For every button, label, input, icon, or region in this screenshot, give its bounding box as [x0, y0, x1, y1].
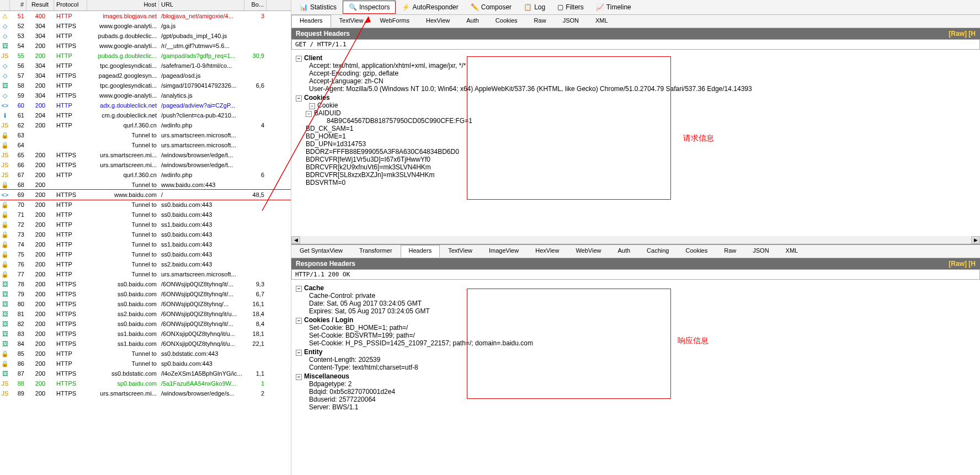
session-row[interactable]: 🔒75200HTTPTunnel toss0.baidu.com:443: [0, 249, 291, 259]
tab-timeline[interactable]: 📈Timeline: [590, 1, 637, 14]
collapse-icon[interactable]: −: [306, 111, 312, 117]
session-row[interactable]: ◇56304HTTPtpc.googlesyndicati.../safefra…: [0, 61, 291, 71]
subtab-cookies[interactable]: Cookies: [677, 245, 716, 258]
session-row[interactable]: 🖼83200HTTPSss1.baidu.com/6ONXsjip0QIZ8ty…: [0, 329, 291, 339]
session-row[interactable]: ◇53304HTTPpubads.g.doubleclic.../gpt/pub…: [0, 31, 291, 41]
session-row[interactable]: 🖼81200HTTPSss2.baidu.com/6ONWsjip0QIZ8ty…: [0, 309, 291, 319]
header-accept-language[interactable]: Accept-Language: zh-CN: [309, 77, 976, 85]
session-row[interactable]: JS62200HTTPqurl.f.360.cn/wdinfo.php4: [0, 120, 291, 130]
col-num[interactable]: #: [10, 0, 26, 10]
header-bdpagetype[interactable]: Bdpagetype: 2: [309, 380, 976, 388]
header-server[interactable]: Server: BWS/1.1: [309, 403, 976, 411]
session-row[interactable]: JS67200HTTPqurl.f.360.cn/wdinfo.php6: [0, 170, 291, 180]
col-result[interactable]: Result: [26, 0, 54, 10]
session-row[interactable]: ◇52304HTTPSwww.google-analyti.../ga.js: [0, 21, 291, 31]
tab-log[interactable]: 📋Log: [518, 1, 551, 14]
session-row[interactable]: ◇59304HTTPSwww.google-analyti.../analyti…: [0, 90, 291, 100]
session-row[interactable]: <>60200HTTPadx.g.doubleclick.net/pagead/…: [0, 100, 291, 110]
header-date[interactable]: Date: Sat, 05 Aug 2017 03:24:05 GMT: [309, 300, 976, 307]
session-row[interactable]: 🔒73200HTTPTunnel toss0.baidu.com:443: [0, 230, 291, 239]
session-row[interactable]: 🖼79200HTTPSss0.baidu.com/6ONWsjip0QIZ8ty…: [0, 289, 291, 299]
entity-group[interactable]: −Entity: [296, 348, 976, 356]
cache-group[interactable]: −Cache: [296, 284, 976, 292]
request-line[interactable]: GET / HTTP/1.1: [291, 39, 980, 50]
collapse-icon[interactable]: −: [296, 350, 302, 356]
session-row[interactable]: JS66200HTTPSurs.smartscreen.mi.../window…: [0, 160, 291, 170]
cookie-bd-ck-sam[interactable]: BD_CK_SAM=1: [306, 125, 976, 132]
collapse-icon[interactable]: −: [309, 103, 315, 109]
tab-filters[interactable]: ▢Filters: [551, 1, 590, 14]
col-protocol[interactable]: Protocol: [54, 0, 87, 10]
session-row[interactable]: 🔒68200Tunnel towww.baidu.com:443: [0, 180, 291, 190]
subtab-webview[interactable]: WebView: [567, 245, 609, 258]
header-user-agent[interactable]: User-Agent: Mozilla/5.0 (Windows NT 10.0…: [309, 85, 976, 93]
collapse-icon[interactable]: −: [296, 374, 302, 380]
header-accept[interactable]: Accept: text/html, application/xhtml+xml…: [309, 62, 976, 70]
header-set-cookie-3[interactable]: Set-Cookie: H_PS_PSSID=1425_21097_22157;…: [309, 339, 976, 347]
subtab-hexview[interactable]: HexView: [527, 245, 567, 258]
request-headers-tree[interactable]: −Client Accept: text/html, application/x…: [291, 51, 980, 236]
session-row[interactable]: <>69200HTTPSwww.baidu.com/48,5: [0, 190, 291, 200]
session-row[interactable]: JS55200HTTPpubads.g.doubleclic.../gampad…: [0, 51, 291, 61]
col-host[interactable]: Host: [87, 0, 159, 10]
response-headers-tree[interactable]: −Cache Cache-Control: private Date: Sat,…: [291, 281, 980, 475]
scroll-right-icon[interactable]: ▶: [971, 236, 980, 244]
session-row[interactable]: 🔒76200HTTPTunnel toss2.baidu.com:443: [0, 259, 291, 269]
header-bduserid[interactable]: Bduserid: 2577220064: [309, 396, 976, 403]
client-group[interactable]: −Client: [296, 54, 976, 62]
subtab-json[interactable]: JSON: [555, 15, 587, 28]
subtab-imageview[interactable]: ImageView: [481, 245, 527, 258]
header-content-length[interactable]: Content-Length: 202539: [309, 356, 976, 364]
cookies-group[interactable]: −Cookies: [296, 94, 976, 102]
cookie-baiduid[interactable]: −BAIDUID: [306, 109, 976, 117]
session-row[interactable]: ⚠51400HTTPimages.blogjava.net/blogjava_n…: [0, 11, 291, 21]
session-row[interactable]: 🖼87200HTTPSss0.bdstatic.com/l4oZeXSm1A5B…: [0, 369, 291, 378]
session-row[interactable]: 🖼84200HTTPSss1.baidu.com/6ONXsjip0QIZ8ty…: [0, 339, 291, 349]
subtab-headers[interactable]: Headers: [401, 245, 440, 258]
request-header-def-link[interactable]: [H: [968, 30, 976, 38]
session-row[interactable]: ℹ61204HTTPcm.g.doubleclick.net/push?clie…: [0, 110, 291, 120]
col-url[interactable]: URL: [159, 0, 244, 10]
header-bdqid[interactable]: Bdqid: 0xb5c827070001d2e4: [309, 388, 976, 396]
request-raw-link[interactable]: [Raw]: [949, 30, 967, 38]
sessions-list[interactable]: ⚠51400HTTPimages.blogjava.net/blogjava_n…: [0, 11, 291, 475]
subtab-caching[interactable]: Caching: [638, 245, 677, 258]
subtab-json[interactable]: JSON: [744, 245, 777, 258]
header-cache-control[interactable]: Cache-Control: private: [309, 292, 976, 300]
cookie-node[interactable]: −Cookie: [309, 102, 976, 109]
session-row[interactable]: 🔒64Tunnel tours.smartscreen.microsoft...: [0, 140, 291, 150]
collapse-icon[interactable]: −: [296, 286, 302, 292]
session-row[interactable]: JS89200HTTPSurs.smartscreen.mi.../window…: [0, 388, 291, 398]
session-row[interactable]: 🔒72200HTTPTunnel toss1.baidu.com:443: [0, 220, 291, 230]
session-row[interactable]: 🔒70200HTTPTunnel toss0.baidu.com:443: [0, 200, 291, 210]
misc-group[interactable]: −Miscellaneous: [296, 372, 976, 380]
session-row[interactable]: 🔒74200HTTPTunnel toss1.baidu.com:443: [0, 239, 291, 249]
col-icon[interactable]: [0, 0, 10, 10]
tab-composer[interactable]: ✏️Composer: [465, 1, 518, 14]
session-row[interactable]: JS65200HTTPSurs.smartscreen.mi.../window…: [0, 150, 291, 160]
subtab-headers[interactable]: Headers: [291, 15, 331, 28]
cookie-bdsvrtm[interactable]: BDSVRTM=0: [306, 179, 976, 186]
subtab-auth[interactable]: Auth: [609, 245, 638, 258]
request-hscroll[interactable]: ◀ ▶: [291, 236, 980, 244]
subtab-cookies[interactable]: Cookies: [487, 15, 526, 28]
session-row[interactable]: 🔒77200HTTPTunnel tours.smartscreen.micro…: [0, 269, 291, 279]
cookies-login-group[interactable]: −Cookies / Login: [296, 316, 976, 324]
subtab-textview[interactable]: TextView: [440, 245, 481, 258]
session-row[interactable]: 🖼78200HTTPSss0.baidu.com/6ONWsjip0QIZ8ty…: [0, 279, 291, 289]
subtab-xml[interactable]: XML: [777, 245, 807, 258]
subtab-raw[interactable]: Raw: [526, 15, 555, 28]
subtab-transformer[interactable]: Transformer: [351, 245, 401, 258]
session-row[interactable]: ◇57304HTTPSpagead2.googlesyn.../pagead/o…: [0, 71, 291, 81]
session-row[interactable]: 🖼58200HTTPtpc.googlesyndicati.../simgad/…: [0, 81, 291, 90]
collapse-icon[interactable]: −: [296, 95, 302, 102]
tab-inspectors[interactable]: 🔍Inspectors: [343, 1, 396, 14]
session-row[interactable]: 🔒86200HTTPTunnel tosp0.baidu.com:443: [0, 359, 291, 369]
header-content-type[interactable]: Content-Type: text/html;charset=utf-8: [309, 364, 976, 371]
tab-autoresponder[interactable]: ⚡AutoResponder: [396, 1, 464, 14]
header-set-cookie-2[interactable]: Set-Cookie: BDSVRTM=199; path=/: [309, 332, 976, 339]
subtab-get-syntaxview[interactable]: Get SyntaxView: [291, 245, 351, 258]
scroll-left-icon[interactable]: ◀: [291, 236, 300, 244]
tab-statistics[interactable]: 📊Statistics: [294, 1, 343, 14]
session-row[interactable]: 🔒63Tunnel tours.smartscreen.microsoft...: [0, 130, 291, 140]
